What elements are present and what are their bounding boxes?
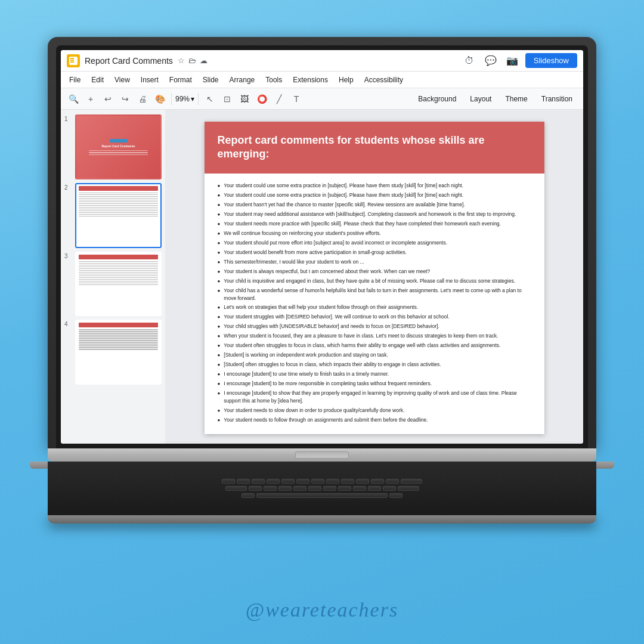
thumb-content-line — [79, 343, 158, 345]
key-row-3 — [89, 493, 555, 498]
thumb-content-line — [79, 336, 158, 338]
transition-button[interactable]: Transition — [535, 92, 578, 106]
bullet-dot: ● — [218, 240, 221, 247]
bullet-dot: ● — [218, 221, 221, 228]
bullet-text: Your student struggles with [DESIRED beh… — [224, 313, 531, 321]
paintbucket-icon[interactable]: 🎨 — [152, 91, 168, 107]
thumb-content-line — [79, 193, 158, 194]
thumb-content-line — [79, 212, 158, 213]
header-right: ⏱ 💬 📷 Slideshow — [461, 52, 577, 69]
menu-extensions[interactable]: Extensions — [288, 75, 333, 85]
redo-icon[interactable]: ↪ — [117, 91, 133, 107]
bullet-text: Your student hasn't yet had the chance t… — [224, 201, 531, 209]
bullet-dot: ● — [218, 352, 221, 359]
theme-button[interactable]: Theme — [499, 92, 533, 106]
bullet-text: Your student should put more effort into… — [224, 239, 531, 247]
zoom-value: 99% — [175, 95, 190, 103]
bullet-text: [Student] is working on independent work… — [224, 351, 531, 359]
bullet-dot: ● — [218, 278, 221, 285]
bullet-dot: ● — [218, 287, 221, 302]
thumb-content-line — [79, 210, 158, 212]
bullet-item: ●Your student could use some extra pract… — [218, 182, 531, 190]
title-icons: ☆ 🗁 ☁ — [178, 56, 208, 65]
menu-accessibility[interactable]: Accessibility — [360, 75, 408, 85]
present-button[interactable]: Slideshow — [525, 53, 577, 68]
slide-thumb-4[interactable] — [75, 320, 162, 385]
menu-arrange[interactable]: Arrange — [225, 75, 260, 85]
image-icon[interactable]: 🖼 — [237, 91, 252, 107]
menu-format[interactable]: Format — [165, 75, 197, 85]
key — [341, 479, 354, 484]
menu-edit[interactable]: Edit — [86, 75, 109, 85]
textbox-icon[interactable]: T — [289, 91, 304, 107]
undo-icon[interactable]: ↩ — [100, 91, 116, 107]
bullet-text: Your child struggles with [UNDESIRABLE b… — [224, 323, 531, 330]
key — [371, 479, 384, 484]
key — [296, 479, 309, 484]
bullet-dot: ● — [218, 249, 221, 256]
thumb-content-line — [79, 267, 158, 268]
slide-header: Report card comments for students whose … — [205, 122, 544, 174]
zoom-selector[interactable]: 99% ▾ — [175, 95, 194, 103]
bullet-text: Your student could use some extra practi… — [224, 191, 531, 199]
slide-num-1: 1 — [64, 114, 72, 122]
background-button[interactable]: Background — [412, 92, 462, 106]
thumb-content-line — [79, 347, 158, 348]
menu-file[interactable]: File — [64, 75, 85, 85]
cursor-icon[interactable]: ↖ — [202, 91, 218, 107]
bullet-dot: ● — [218, 192, 221, 199]
thumb-content-line — [79, 268, 158, 270]
bullet-dot: ● — [218, 202, 221, 209]
slide-thumb-2[interactable] — [75, 183, 162, 248]
folder-icon[interactable]: 🗁 — [188, 56, 196, 65]
thumb-content-line — [79, 333, 158, 334]
laptop-screen-outer: Report Card Comments ☆ 🗁 ☁ ⏱ 💬 📷 Slidesh… — [48, 37, 596, 448]
slide-thumb-3[interactable] — [75, 252, 162, 317]
thumb-content-line — [79, 342, 158, 343]
line-icon[interactable]: ╱ — [271, 91, 287, 107]
print-icon[interactable]: 🖨 — [135, 91, 150, 107]
menu-insert[interactable]: Insert — [136, 75, 163, 85]
camera-icon[interactable]: 📷 — [504, 52, 521, 69]
thumb-content-lines — [79, 261, 158, 286]
toolbar-divider-1 — [171, 93, 172, 105]
laptop: Report Card Comments ☆ 🗁 ☁ ⏱ 💬 📷 Slidesh… — [48, 37, 596, 524]
toolbar: 🔍 + ↩ ↪ 🖨 🎨 99% ▾ ↖ ⊡ — [61, 88, 583, 110]
chat-icon[interactable]: 💬 — [482, 52, 499, 69]
slide-thumb-wrap-2: 2 — [64, 183, 162, 248]
menu-slide[interactable]: Slide — [198, 75, 224, 85]
bullet-text: Your student would benefit from more act… — [224, 249, 531, 256]
cloud-icon[interactable]: ☁ — [200, 56, 208, 65]
star-icon[interactable]: ☆ — [178, 56, 185, 65]
bullet-text: Your student needs to slow down in order… — [224, 407, 531, 414]
slides-main: 1 Report Card Comments — [61, 110, 583, 444]
shape-icon[interactable]: ⭕ — [254, 91, 270, 107]
slide-editor: Report card comments for students whose … — [165, 110, 583, 444]
history-icon[interactable]: ⏱ — [461, 52, 478, 69]
menu-tools[interactable]: Tools — [261, 75, 287, 85]
bullet-text: I encourage [student] to show that they … — [224, 389, 531, 405]
key-row-2 — [89, 486, 555, 491]
bullet-item: ●Your child struggles with [UNDESIRABLE … — [218, 323, 531, 330]
slide-thumb-1[interactable]: Report Card Comments — [75, 114, 162, 179]
layout-icon[interactable]: ⊡ — [219, 91, 235, 107]
menu-help[interactable]: Help — [334, 75, 358, 85]
bullet-dot: ● — [218, 230, 221, 237]
thumb-content-line — [79, 198, 158, 199]
thumb-badge — [110, 139, 128, 143]
menu-view[interactable]: View — [110, 75, 135, 85]
slide-thumb-wrap-1: 1 Report Card Comments — [64, 114, 162, 179]
bullet-item: ●Your student hasn't yet had the chance … — [218, 201, 531, 209]
thumb-content-line — [79, 261, 158, 262]
search-icon[interactable]: 🔍 — [66, 91, 81, 107]
thumb-content-line — [79, 275, 158, 277]
key — [237, 479, 250, 484]
slide-canvas: Report card comments for students whose … — [205, 122, 544, 434]
bullet-item: ●[Student] is working on independent wor… — [218, 351, 531, 359]
zoom-in-icon[interactable]: + — [83, 91, 98, 107]
layout-button[interactable]: Layout — [464, 92, 497, 106]
thumb-content-line — [79, 196, 158, 197]
toolbar-divider-2 — [198, 93, 199, 105]
thumb-content-line — [79, 263, 158, 264]
thumb-content-line — [79, 209, 158, 210]
